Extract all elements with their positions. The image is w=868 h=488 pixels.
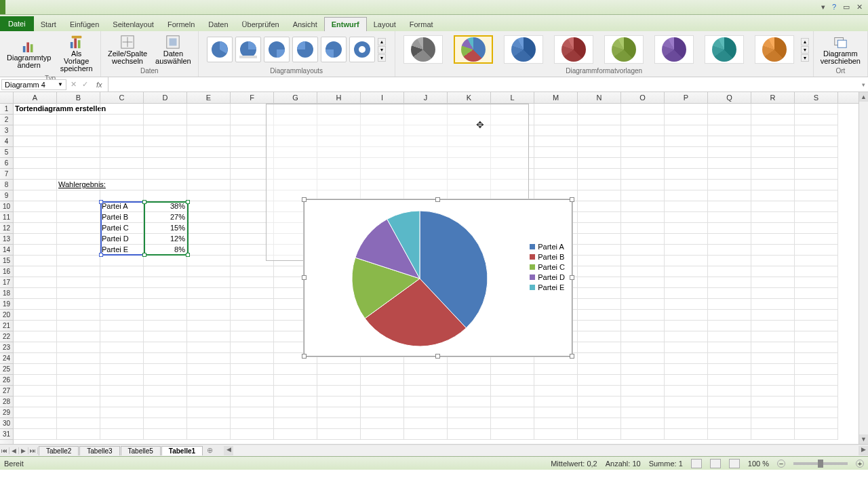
cell[interactable] <box>708 169 751 180</box>
cell[interactable] <box>534 180 578 190</box>
col-header[interactable]: B <box>57 92 100 103</box>
cell[interactable] <box>361 407 404 418</box>
cell[interactable] <box>187 364 231 375</box>
cell[interactable] <box>708 136 751 147</box>
zoom-slider[interactable] <box>793 462 848 465</box>
col-header[interactable]: K <box>448 92 491 103</box>
cell[interactable] <box>795 136 838 147</box>
name-box[interactable]: Diagramm 4▼ <box>1 79 66 90</box>
cell[interactable] <box>144 310 187 321</box>
cell[interactable] <box>187 310 231 321</box>
cell[interactable] <box>274 429 317 440</box>
hscroll-right-icon[interactable]: ▶ <box>859 446 868 455</box>
cell[interactable] <box>100 418 144 429</box>
cell[interactable] <box>14 310 57 321</box>
cell[interactable] <box>708 429 751 440</box>
cell[interactable] <box>665 353 708 364</box>
cell[interactable] <box>578 342 621 353</box>
cell[interactable] <box>578 169 621 180</box>
cell[interactable] <box>665 386 708 396</box>
cell[interactable] <box>448 386 491 396</box>
cell[interactable] <box>751 256 795 266</box>
cell[interactable] <box>100 299 144 310</box>
cell[interactable] <box>14 396 57 407</box>
cell[interactable] <box>534 158 578 169</box>
cell[interactable] <box>231 299 274 310</box>
cell[interactable] <box>57 364 100 375</box>
cell[interactable] <box>14 256 57 266</box>
cell[interactable] <box>100 158 144 169</box>
chart-style-1[interactable] <box>403 35 443 64</box>
cell[interactable] <box>100 147 144 158</box>
cell[interactable] <box>708 180 751 190</box>
cell[interactable] <box>578 386 621 396</box>
cell[interactable] <box>187 180 231 190</box>
cell[interactable] <box>274 418 317 429</box>
cell[interactable] <box>100 386 144 396</box>
cell[interactable] <box>795 396 838 407</box>
cell[interactable] <box>578 299 621 310</box>
cell[interactable] <box>57 299 100 310</box>
cell[interactable] <box>621 136 665 147</box>
cell[interactable] <box>621 396 665 407</box>
cell[interactable] <box>144 190 187 201</box>
cell[interactable] <box>795 115 838 125</box>
cell[interactable] <box>578 212 621 223</box>
cell[interactable] <box>100 256 144 266</box>
cell[interactable] <box>708 299 751 310</box>
cell[interactable] <box>187 125 231 136</box>
chart-style-6[interactable] <box>654 35 694 64</box>
cell[interactable] <box>57 407 100 418</box>
tab-ansicht[interactable]: Ansicht <box>286 18 324 31</box>
cell[interactable] <box>187 245 231 256</box>
cell[interactable] <box>187 223 231 234</box>
cell[interactable] <box>665 418 708 429</box>
cancel-icon[interactable]: ✕ <box>68 80 79 89</box>
cell[interactable] <box>100 288 144 299</box>
chart-style-4[interactable] <box>554 35 593 64</box>
cell[interactable] <box>144 353 187 364</box>
cell[interactable] <box>187 429 231 440</box>
cell[interactable] <box>621 386 665 396</box>
cell[interactable] <box>57 321 100 331</box>
row-header[interactable]: 14 <box>0 245 13 256</box>
enter-icon[interactable]: ✓ <box>79 80 91 89</box>
cell[interactable] <box>187 136 231 147</box>
cell[interactable] <box>751 375 795 386</box>
horizontal-scrollbar[interactable]: ◀▶ <box>224 446 868 455</box>
cell[interactable] <box>57 331 100 342</box>
cell[interactable] <box>14 277 57 288</box>
cell[interactable] <box>100 136 144 147</box>
cell[interactable] <box>795 212 838 223</box>
cell[interactable] <box>751 396 795 407</box>
col-header[interactable]: J <box>404 92 448 103</box>
cell[interactable] <box>231 288 274 299</box>
cell[interactable] <box>665 136 708 147</box>
cell[interactable] <box>751 115 795 125</box>
cell[interactable] <box>491 429 534 440</box>
cell[interactable] <box>144 342 187 353</box>
cell[interactable] <box>621 310 665 321</box>
cell[interactable] <box>621 277 665 288</box>
tab-einfuegen[interactable]: Einfügen <box>63 18 106 31</box>
cell[interactable] <box>100 353 144 364</box>
cell[interactable] <box>751 353 795 364</box>
cell[interactable] <box>578 234 621 245</box>
cell[interactable] <box>534 364 578 375</box>
cell[interactable]: 38% <box>144 201 187 212</box>
cell[interactable] <box>708 147 751 158</box>
cell[interactable] <box>187 256 231 266</box>
cell[interactable] <box>621 125 665 136</box>
cell[interactable] <box>187 115 231 125</box>
cell[interactable] <box>665 396 708 407</box>
cell[interactable] <box>665 310 708 321</box>
cell[interactable] <box>14 115 57 125</box>
scroll-up-icon[interactable]: ▲ <box>859 92 868 102</box>
switch-row-col-button[interactable]: Zeile/Spalte wechseln <box>105 33 150 66</box>
row-header[interactable]: 21 <box>0 321 13 331</box>
zoom-level[interactable]: 100 % <box>748 460 769 468</box>
sheet-tab-tabelle1[interactable]: Tabelle1 <box>161 446 203 455</box>
cell[interactable] <box>665 169 708 180</box>
legend-item[interactable]: Partei C <box>530 263 565 271</box>
fx-icon[interactable]: fx <box>91 81 108 89</box>
